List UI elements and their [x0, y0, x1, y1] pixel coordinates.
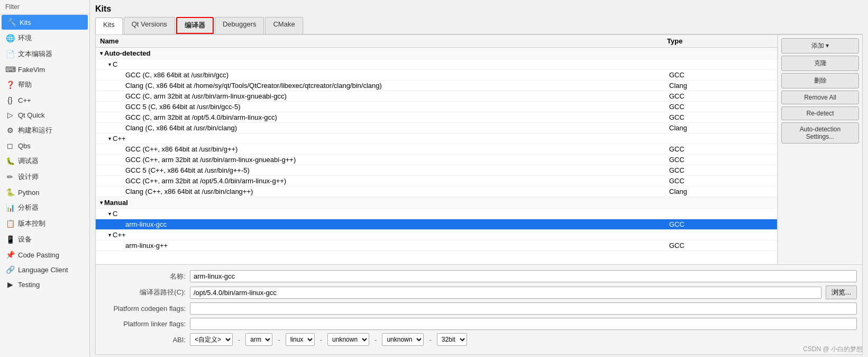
sidebar-icon-version-control: 📋	[5, 219, 15, 228]
row-name: GCC (C, x86 64bit at /usr/bin/gcc)	[100, 71, 667, 79]
sidebar-item-qbs[interactable]: ◻Qbs	[0, 138, 89, 153]
tree-rows: ▾Auto-detected▾CGCC (C, x86 64bit at /us…	[96, 48, 777, 251]
table-row[interactable]: GCC (C++, arm 32bit at /opt/5.4.0/bin/ar…	[96, 176, 777, 186]
browse-button[interactable]: 浏览...	[826, 285, 857, 299]
abi-arch-select[interactable]: arm	[245, 333, 272, 346]
sidebar-item-designer[interactable]: ✏设计师	[0, 169, 89, 185]
sidebar-icon-analyzer: 📊	[5, 203, 15, 212]
sidebar-label-cpp: C++	[18, 96, 31, 104]
table-row[interactable]: GCC (C, x86 64bit at /usr/bin/gcc)GCC	[96, 70, 777, 81]
row-type: GCC	[667, 92, 773, 100]
sidebar-item-env[interactable]: 🌐环境	[0, 30, 89, 46]
sidebar-label-analyzer: 分析器	[18, 203, 39, 212]
sidebar-item-testing[interactable]: ▶Testing	[0, 277, 89, 292]
table-row[interactable]: Clang (C++, x86 64bit at /usr/bin/clang+…	[96, 186, 777, 197]
tree-area: Name Type ▾Auto-detected▾CGCC (C, x86 64…	[96, 35, 778, 264]
form-codegen-input[interactable]	[190, 302, 857, 315]
sidebar-icon-env: 🌐	[5, 34, 15, 42]
add-button[interactable]: 添加 ▾	[781, 38, 859, 53]
sidebar-item-qt-quick[interactable]: ▷Qt Quick	[0, 108, 89, 122]
sidebar-icon-debugger: 🐛	[5, 157, 15, 165]
tab-compiler[interactable]: 编译器	[176, 17, 214, 34]
table-row[interactable]: GCC (C++, x86 64bit at /usr/bin/g++)GCC	[96, 144, 777, 155]
abi-custom-select[interactable]: <自定义>	[190, 333, 233, 346]
sidebar-icon-language-client: 🔗	[5, 265, 15, 274]
section-header[interactable]: ▾Manual	[96, 197, 777, 209]
abi-unknown1-select[interactable]: unknown	[327, 333, 369, 346]
row-type: GCC	[667, 103, 773, 111]
sidebar-label-debugger: 调试器	[18, 156, 39, 166]
header: Kits KitsQt Versions编译器DebuggersCMake	[90, 0, 868, 34]
sidebar-item-cpp[interactable]: {}C++	[0, 93, 89, 108]
lang-header[interactable]: ▾C	[96, 209, 777, 219]
tab-kits[interactable]: Kits	[95, 17, 123, 34]
sidebar-icon-qt-quick: ▷	[5, 111, 15, 119]
sidebar-item-help[interactable]: ❓帮助	[0, 77, 89, 93]
form-row-codegen: Platform codegen flags:	[101, 302, 857, 315]
table-row[interactable]: arm-linux-g++GCC	[96, 240, 777, 251]
table-row[interactable]: GCC (C++, arm 32bit at /usr/bin/arm-linu…	[96, 155, 777, 165]
row-type: Clang	[667, 82, 773, 90]
sidebar-item-devices[interactable]: 📱设备	[0, 231, 89, 247]
table-row[interactable]: GCC (C, arm 32bit at /opt/5.4.0/bin/arm-…	[96, 112, 777, 123]
sidebar-icon-qbs: ◻	[5, 141, 15, 150]
abi-os-select[interactable]: linux	[286, 333, 315, 346]
table-row[interactable]: GCC (C, arm 32bit at /usr/bin/arm-linux-…	[96, 91, 777, 102]
sidebar-label-qbs: Qbs	[18, 142, 31, 150]
sidebar-item-text-editor[interactable]: 📄文本编辑器	[0, 46, 89, 62]
sidebar-icon-fakevim: ⌨	[5, 65, 15, 74]
row-type: GCC	[667, 113, 773, 121]
lang-header[interactable]: ▾C++	[96, 133, 777, 144]
form-compiler-path-input[interactable]	[190, 287, 821, 299]
content-area: Name Type ▾Auto-detected▾CGCC (C, x86 64…	[95, 34, 863, 265]
sidebar-item-debugger[interactable]: 🐛调试器	[0, 153, 89, 169]
row-name: Clang (C, x86 64bit at /usr/bin/clang)	[100, 124, 667, 132]
form-linker-input[interactable]	[190, 318, 857, 330]
lang-header[interactable]: ▾C++	[96, 230, 777, 240]
abi-unknown2-select[interactable]: unknown	[382, 333, 424, 346]
sidebar-icon-kits: 🔧	[7, 18, 16, 26]
sidebar-item-kits[interactable]: 🔧Kits	[2, 15, 88, 30]
table-row[interactable]: GCC 5 (C, x86 64bit at /usr/bin/gcc-5)GC…	[96, 102, 777, 112]
form-name-input[interactable]	[190, 270, 857, 282]
form-name-label: 名称:	[101, 272, 186, 281]
row-name: GCC 5 (C++, x86 64bit at /usr/bin/g++-5)	[100, 166, 667, 174]
row-type: Clang	[667, 124, 773, 132]
form-row-abi: ABI: <自定义> - arm - linux - unknown - unk…	[101, 333, 857, 346]
sidebar-item-version-control[interactable]: 📋版本控制	[0, 216, 89, 231]
tab-debuggers[interactable]: Debuggers	[215, 17, 264, 34]
tab-qt-versions[interactable]: Qt Versions	[124, 17, 175, 34]
abi-bits-select[interactable]: 32bit	[437, 333, 467, 346]
lang-header[interactable]: ▾C	[96, 59, 777, 70]
row-type: GCC	[667, 71, 773, 79]
tab-cmake[interactable]: CMake	[265, 17, 303, 34]
sidebar-item-analyzer[interactable]: 📊分析器	[0, 200, 89, 216]
re-detect-button[interactable]: Re-detect	[781, 106, 859, 120]
table-row[interactable]: Clang (C, x86 64bit at /usr/bin/clang)Cl…	[96, 123, 777, 133]
table-row[interactable]: arm-linux-gccGCC	[96, 219, 777, 230]
section-header[interactable]: ▾Auto-detected	[96, 48, 777, 59]
sidebar-label-language-client: Language Client	[18, 266, 68, 274]
auto-detect-settings-button[interactable]: Auto-detection Settings...	[781, 122, 859, 144]
sidebar-label-build-run: 构建和运行	[18, 126, 52, 135]
sidebar-items: 🔧Kits🌐环境📄文本编辑器⌨FakeVim❓帮助{}C++▷Qt Quick⚙…	[0, 14, 89, 292]
table-row[interactable]: GCC 5 (C++, x86 64bit at /usr/bin/g++-5)…	[96, 165, 777, 176]
row-name: GCC (C++, arm 32bit at /opt/5.4.0/bin/ar…	[100, 177, 667, 185]
sidebar-item-language-client[interactable]: 🔗Language Client	[0, 262, 89, 277]
sidebar-item-build-run[interactable]: ⚙构建和运行	[0, 122, 89, 138]
page-title: Kits	[95, 4, 863, 14]
sidebar-label-code-pasting: Code Pasting	[18, 251, 59, 259]
main-content: Kits KitsQt Versions编译器DebuggersCMake Na…	[90, 0, 868, 357]
sidebar-item-fakevim[interactable]: ⌨FakeVim	[0, 62, 89, 77]
sidebar-item-python[interactable]: 🐍Python	[0, 185, 89, 200]
remove-all-button[interactable]: Remove All	[781, 91, 859, 104]
form-codegen-label: Platform codegen flags:	[101, 305, 186, 313]
delete-button[interactable]: 删除	[781, 73, 859, 88]
table-row[interactable]: Clang (C, x86 64bit at /home/sy/qt/Tools…	[96, 81, 777, 91]
buttons-panel: 添加 ▾克隆删除Remove AllRe-detectAuto-detectio…	[778, 35, 862, 264]
form-row-compiler-path: 编译器路径(C): 浏览...	[101, 285, 857, 299]
sidebar-item-code-pasting[interactable]: 📌Code Pasting	[0, 247, 89, 262]
row-name: GCC (C++, x86 64bit at /usr/bin/g++)	[100, 145, 667, 153]
row-name: Clang (C, x86 64bit at /home/sy/qt/Tools…	[100, 82, 667, 90]
clone-button[interactable]: 克隆	[781, 56, 859, 71]
